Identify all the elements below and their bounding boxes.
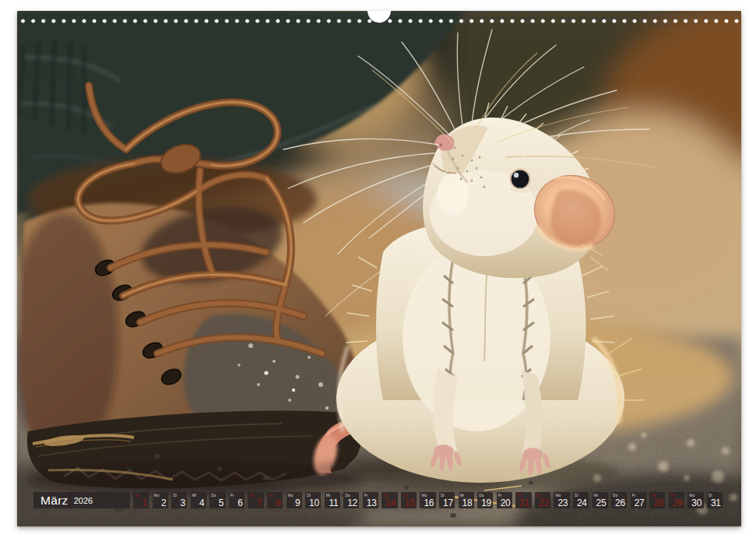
day-number: 30 (691, 498, 701, 508)
day-cell: Di 17 (439, 492, 455, 508)
day-cell: Mi 11 (325, 492, 340, 508)
day-cell: Di 24 (573, 492, 589, 508)
day-number: 29 (673, 498, 683, 508)
day-number: 31 (711, 498, 721, 508)
day-cell: Mo 30 (687, 492, 703, 508)
day-cell: Mi 25 (592, 492, 608, 508)
weekday-abbr: Mo (555, 494, 561, 498)
weekday-abbr: So (403, 494, 407, 498)
weekday-abbr: Sa (249, 494, 254, 498)
day-number: 16 (424, 498, 434, 508)
day-cell: Fr 6 (229, 492, 244, 508)
year-label: 2026 (74, 497, 93, 505)
weekday-abbr: Mi (594, 494, 598, 498)
month-name: März (40, 494, 69, 507)
day-number: 5 (219, 498, 223, 508)
day-number: 25 (596, 498, 607, 508)
day-cell: Mo 2 (153, 492, 168, 508)
day-number: 27 (635, 498, 645, 508)
weekday-abbr: Do (479, 494, 483, 498)
weekday-abbr: Do (345, 494, 350, 498)
day-cell: Sa 14 (382, 492, 397, 508)
day-number: 10 (309, 498, 319, 508)
weekday-abbr: Mi (192, 494, 196, 498)
month-label-box: März 2026 (33, 492, 130, 508)
weekday-abbr: Fr (498, 494, 502, 498)
day-cell: Mi 4 (191, 492, 206, 508)
weekday-abbr: Sa (383, 494, 388, 498)
day-cell: Do 5 (209, 492, 225, 508)
weekday-abbr: Mo (288, 494, 294, 498)
day-cell: Mo 16 (420, 492, 435, 508)
day-row: So 1 Mo 2 Di 3 Mi 4 Do 5 Fr 6 Sa 7 So 8 … (133, 492, 723, 508)
day-cell: So 8 (267, 492, 283, 508)
day-number: 7 (257, 498, 262, 508)
day-number: 8 (276, 498, 280, 508)
day-number: 24 (577, 498, 587, 508)
weekday-abbr: Sa (517, 494, 522, 498)
weekday-abbr: Fr (632, 494, 636, 498)
calendar-product-photo: März 2026 So 1 Mo 2 Di 3 Mi 4 Do 5 Fr 6 … (0, 0, 756, 545)
day-number: 15 (405, 498, 415, 508)
weekday-abbr: Di (307, 494, 311, 498)
day-number: 19 (481, 498, 491, 508)
calendar-page: März 2026 So 1 Mo 2 Di 3 Mi 4 Do 5 Fr 6 … (17, 11, 741, 526)
day-cell: Mo 9 (287, 492, 302, 508)
day-cell: So 29 (669, 492, 684, 508)
weekday-abbr: So (269, 494, 273, 498)
day-cell: Sa 7 (248, 492, 263, 508)
day-cell: So 1 (133, 492, 149, 508)
day-number: 18 (462, 498, 473, 508)
weekday-abbr: Fr (230, 494, 234, 498)
weekday-abbr: Mo (421, 494, 427, 498)
day-cell: So 22 (535, 492, 550, 508)
weekday-abbr: Di (173, 494, 177, 498)
weekday-abbr: Di (709, 494, 712, 498)
day-number: 9 (295, 498, 300, 508)
day-cell: Fr 20 (497, 492, 512, 508)
day-number: 1 (142, 498, 146, 508)
day-number: 11 (329, 498, 339, 508)
day-cell: Do 12 (343, 492, 359, 508)
day-cell: So 15 (401, 492, 417, 508)
day-cell: Fr 27 (631, 492, 646, 508)
day-number: 17 (443, 498, 453, 508)
day-cell: Fr 13 (363, 492, 378, 508)
day-cell: Do 26 (611, 492, 627, 508)
day-number: 28 (653, 498, 663, 508)
weekday-abbr: Mo (154, 494, 160, 498)
weekday-abbr: Di (441, 494, 445, 498)
day-number: 14 (385, 498, 396, 508)
weekday-abbr: Di (575, 494, 578, 498)
day-number: 12 (347, 498, 357, 508)
weekday-abbr: So (536, 494, 541, 498)
day-cell: Di 31 (707, 492, 723, 508)
photo-rat-and-boot (17, 11, 741, 526)
day-number: 2 (161, 498, 166, 508)
day-number: 22 (539, 498, 549, 508)
weekday-abbr: Do (613, 494, 617, 498)
weekday-abbr: So (135, 494, 139, 498)
day-number: 23 (557, 498, 568, 508)
weekday-abbr: Mi (326, 494, 330, 498)
day-number: 3 (181, 498, 185, 508)
weekday-abbr: Sa (651, 494, 656, 498)
day-number: 20 (501, 498, 511, 508)
calendar-strip: März 2026 So 1 Mo 2 Di 3 Mi 4 Do 5 Fr 6 … (33, 492, 723, 508)
day-cell: Do 19 (477, 492, 493, 508)
weekday-abbr: Mi (460, 494, 464, 498)
weekday-abbr: Mo (689, 494, 694, 498)
day-number: 26 (615, 498, 625, 508)
day-number: 4 (199, 498, 204, 508)
day-cell: Sa 21 (515, 492, 531, 508)
weekday-abbr: Fr (364, 494, 368, 498)
day-number: 21 (519, 498, 529, 508)
day-cell: Di 10 (305, 492, 321, 508)
day-cell: Mo 23 (554, 492, 569, 508)
day-cell: Di 3 (171, 492, 187, 508)
weekday-abbr: Do (211, 494, 216, 498)
day-number: 6 (237, 498, 242, 508)
weekday-abbr: So (670, 494, 675, 498)
day-number: 13 (367, 498, 377, 508)
day-cell: Mi 18 (459, 492, 474, 508)
